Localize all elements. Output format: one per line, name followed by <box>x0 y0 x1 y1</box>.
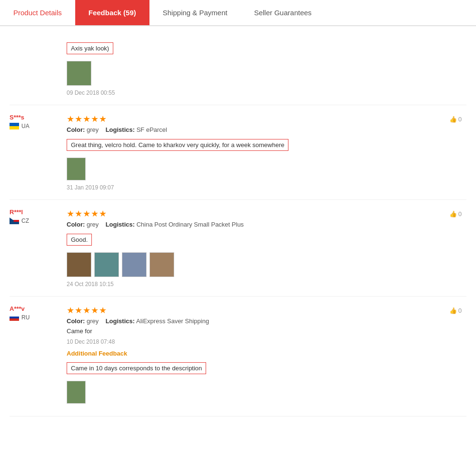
review-body: Axis yak look) 09 Dec 2018 00:55 <box>62 40 466 96</box>
review-images <box>67 61 466 86</box>
thumbs-up-icon: 👍 <box>449 116 457 123</box>
review-timestamp: 31 Jan 2019 09:07 <box>67 184 466 191</box>
review-image[interactable] <box>67 381 86 404</box>
review-comment-boxed: Good. <box>67 234 92 246</box>
thumbs-up-icon: 👍 <box>449 210 457 218</box>
reviewer-country: UA <box>10 123 62 129</box>
additional-feedback-label: Additional Feedback <box>67 350 466 357</box>
country-code: CZ <box>21 218 29 224</box>
reviewer-username: S***s <box>10 114 62 121</box>
additional-comment-boxed: Came in 10 days corresponds to the descr… <box>67 362 206 374</box>
review-meta: Color: grey Logistics: China Post Ordina… <box>67 221 466 228</box>
logistics-value: China Post Ordinary Small Packet Plus <box>137 221 244 228</box>
logistics-label: Logistics: <box>106 221 135 228</box>
flag-icon <box>10 218 19 224</box>
review-comment-boxed: Axis yak look) <box>67 42 113 54</box>
thumbs-up-icon: 👍 <box>449 307 457 314</box>
review-timestamp: 24 Oct 2018 10:15 <box>67 281 466 288</box>
review-comment-plain: Came for <box>67 327 466 335</box>
review-image[interactable] <box>122 252 147 277</box>
logistics-label: Logistics: <box>106 317 135 325</box>
logistics-value: SF eParcel <box>137 126 167 133</box>
reviewer-username: R***l <box>10 208 62 216</box>
review-image[interactable] <box>149 252 174 277</box>
review-body: ★★★★★ Color: grey Logistics: SF eParcel … <box>62 114 466 191</box>
tab-seller-guarantees[interactable]: Seller Guarantees <box>241 0 325 25</box>
tab-shipping-payment[interactable]: Shipping & Payment <box>149 0 241 25</box>
star-rating: ★★★★★ <box>67 208 466 219</box>
review-item: R***l CZ ★★★★★ Color: grey Logistics: Ch… <box>10 200 466 297</box>
review-image[interactable] <box>67 158 86 180</box>
reviewer-info <box>10 40 62 96</box>
review-image[interactable] <box>67 61 91 86</box>
like-count: 0 <box>458 210 462 218</box>
reviewer-country: RU <box>10 314 62 321</box>
review-meta: Color: grey Logistics: SF eParcel <box>67 126 466 133</box>
review-images <box>67 252 466 277</box>
review-body: ★★★★★ Color: grey Logistics: AliExpress … <box>62 305 466 407</box>
additional-images <box>67 381 466 404</box>
feedback-content: Axis yak look) 09 Dec 2018 00:55 S***s U… <box>0 26 476 426</box>
tab-feedback[interactable]: Feedback (59) <box>75 0 149 25</box>
reviewer-info: R***l CZ <box>10 208 62 288</box>
review-item: S***s UA ★★★★★ Color: grey Logistics: SF… <box>10 105 466 200</box>
flag-icon <box>10 123 19 129</box>
reviewer-info: A***v RU <box>10 305 62 407</box>
color-value: grey <box>87 221 99 228</box>
like-button[interactable]: 👍0 <box>449 307 462 314</box>
review-meta: Color: grey Logistics: AliExpress Saver … <box>67 317 466 325</box>
country-code: UA <box>21 123 30 129</box>
country-code: RU <box>21 314 30 321</box>
review-item: A***v RU ★★★★★ Color: grey Logistics: Al… <box>10 297 466 416</box>
review-body: ★★★★★ Color: grey Logistics: China Post … <box>62 208 466 288</box>
color-value: grey <box>87 317 99 325</box>
reviewer-country: CZ <box>10 218 62 224</box>
review-timestamp: 09 Dec 2018 00:55 <box>67 89 466 96</box>
logistics-value: AliExpress Saver Shipping <box>136 317 209 325</box>
color-label: Color: <box>67 221 85 228</box>
color-label: Color: <box>67 317 85 325</box>
star-rating: ★★★★★ <box>67 114 466 124</box>
review-item: Axis yak look) 09 Dec 2018 00:55 <box>10 31 466 105</box>
like-button[interactable]: 👍0 <box>449 116 462 123</box>
tab-product-details[interactable]: Product Details <box>0 0 75 25</box>
tab-bar: Product Details Feedback (59) Shipping &… <box>0 0 476 26</box>
review-comment-boxed: Great thing, velcro hold. Came to kharko… <box>67 139 288 151</box>
review-image[interactable] <box>67 252 91 277</box>
reviewer-username: A***v <box>10 305 62 312</box>
logistics-label: Logistics: <box>106 126 135 133</box>
like-button[interactable]: 👍0 <box>449 210 462 218</box>
like-count: 0 <box>458 116 462 123</box>
reviewer-info: S***s UA <box>10 114 62 191</box>
review-images <box>67 158 466 180</box>
like-count: 0 <box>458 307 462 314</box>
review-image[interactable] <box>94 252 119 277</box>
color-label: Color: <box>67 126 85 133</box>
flag-icon <box>10 314 19 321</box>
star-rating: ★★★★★ <box>67 305 466 316</box>
color-value: grey <box>87 126 99 133</box>
review-timestamp: 10 Dec 2018 07:48 <box>67 338 466 345</box>
